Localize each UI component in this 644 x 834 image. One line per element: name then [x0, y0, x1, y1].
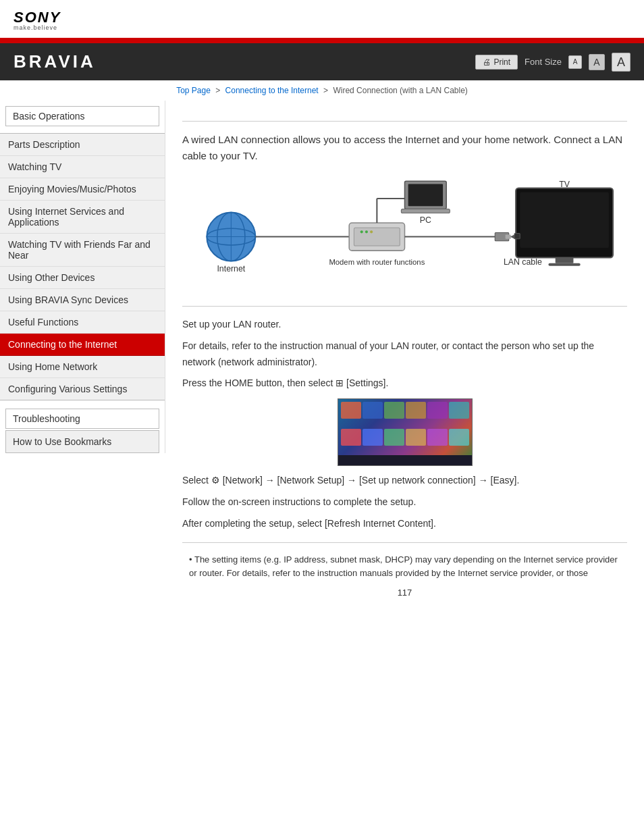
- sidebar-spacer2: [0, 400, 165, 409]
- svg-rect-22: [556, 257, 574, 263]
- tv-label: TV: [559, 180, 570, 189]
- breadcrumb: Top Page > Connecting to the Internet > …: [0, 80, 644, 101]
- bravia-title: BRAVIA: [14, 51, 96, 72]
- sidebar-item-watching-tv[interactable]: Watching TV: [0, 156, 165, 178]
- svg-rect-15: [401, 209, 450, 213]
- sony-logo: SONY make.believe: [14, 10, 630, 31]
- sidebar-item-using-other[interactable]: Using Other Devices: [0, 267, 165, 289]
- internet-label: Internet: [217, 264, 245, 273]
- sidebar-label-parts-description: Parts Description: [8, 139, 80, 150]
- breadcrumb-sep1: >: [215, 86, 220, 95]
- svg-point-8: [360, 230, 363, 233]
- svg-point-9: [365, 230, 368, 233]
- step4: Select ⚙ [Network] → [Network Setup] → […: [182, 473, 627, 489]
- sony-text: SONY: [14, 10, 630, 25]
- svg-rect-21: [520, 192, 609, 248]
- breadcrumb-connecting-link[interactable]: Connecting to the Internet: [225, 86, 319, 95]
- sidebar-item-watching-friends[interactable]: Watching TV with Friends Far and Near: [0, 234, 165, 267]
- pc-label: PC: [420, 215, 431, 225]
- network-diagram: Internet Modem with router functions: [182, 174, 627, 296]
- svg-rect-24: [514, 233, 520, 238]
- sidebar-label-configuring: Configuring Various Settings: [8, 384, 127, 394]
- font-medium-button[interactable]: A: [589, 54, 605, 70]
- sidebar-item-using-home[interactable]: Using Home Network: [0, 356, 165, 378]
- sidebar-item-enjoying-movies[interactable]: Enjoying Movies/Music/Photos: [0, 178, 165, 201]
- sidebar-label-using-bravia: Using BRAVIA Sync Devices: [8, 294, 128, 305]
- diagram-svg: Internet Modem with router functions: [182, 174, 627, 296]
- sidebar-label-using-other: Using Other Devices: [8, 272, 95, 283]
- sidebar-item-configuring[interactable]: Configuring Various Settings: [0, 378, 165, 400]
- sidebar-item-how-to-use[interactable]: How to Use Bookmarks: [5, 430, 159, 453]
- main-layout: Basic Operations Parts Description Watch…: [0, 101, 644, 615]
- mid-divider: [182, 306, 627, 307]
- svg-rect-18: [506, 234, 511, 238]
- print-label: Print: [493, 57, 510, 67]
- intro-paragraph: A wired LAN connection allows you to acc…: [182, 132, 627, 164]
- lan-label: LAN cable: [504, 257, 542, 267]
- font-large-button[interactable]: A: [612, 53, 630, 72]
- svg-rect-7: [354, 228, 400, 246]
- sidebar: Basic Operations Parts Description Watch…: [0, 101, 165, 453]
- sony-tagline: make.believe: [14, 25, 630, 31]
- sidebar-item-connecting-internet[interactable]: Connecting to the Internet: [0, 334, 165, 356]
- font-size-label: Font Size: [525, 57, 562, 67]
- modem-label: Modem with router functions: [329, 258, 425, 266]
- sidebar-item-parts-description[interactable]: Parts Description: [0, 133, 165, 156]
- sidebar-label-useful-functions: Useful Functions: [8, 317, 78, 328]
- top-divider: [182, 121, 627, 122]
- toolbar-right: 🖨 Print Font Size A A A: [475, 53, 630, 72]
- note-text: The setting items (e.g. IP address, subn…: [182, 553, 627, 581]
- breadcrumb-sep2: >: [323, 86, 328, 95]
- breadcrumb-top-link[interactable]: Top Page: [176, 86, 211, 95]
- svg-rect-23: [548, 263, 580, 266]
- sidebar-label-enjoying-movies: Enjoying Movies/Music/Photos: [8, 184, 136, 194]
- sidebar-label-troubleshooting: Troubleshooting: [13, 413, 80, 424]
- sidebar-label-using-internet: Using Internet Services and Applications: [8, 206, 124, 228]
- sidebar-item-using-bravia[interactable]: Using BRAVIA Sync Devices: [0, 289, 165, 311]
- step5: Follow the on-screen instructions to com…: [182, 494, 627, 511]
- step6: After completing the setup, select [Refr…: [182, 516, 627, 532]
- sidebar-item-basic-operations[interactable]: Basic Operations: [5, 106, 159, 126]
- tv-screenshot: [338, 398, 473, 466]
- svg-point-10: [370, 230, 373, 233]
- step3: Press the HOME button, then select ⊞ [Se…: [182, 375, 627, 392]
- sidebar-item-troubleshooting[interactable]: Troubleshooting: [5, 409, 159, 429]
- sidebar-label-using-home: Using Home Network: [8, 361, 97, 372]
- breadcrumb-current: Wired Connection (with a LAN Cable): [333, 86, 467, 95]
- sidebar-item-using-internet[interactable]: Using Internet Services and Applications: [0, 201, 165, 234]
- print-button[interactable]: 🖨 Print: [475, 55, 518, 70]
- content-area: A wired LAN connection allows you to acc…: [165, 101, 644, 615]
- bottom-divider: [182, 542, 627, 543]
- top-bar: SONY make.believe: [0, 0, 644, 40]
- page-number: 117: [182, 581, 627, 604]
- tv-screenshot-container: [182, 398, 627, 466]
- print-icon: 🖨: [483, 57, 491, 67]
- font-small-button[interactable]: A: [568, 55, 582, 69]
- sidebar-item-useful-functions[interactable]: Useful Functions: [0, 311, 165, 334]
- note-section: The setting items (e.g. IP address, subn…: [182, 553, 627, 581]
- sidebar-label-basic-operations: Basic Operations: [13, 111, 85, 122]
- bravia-bar: BRAVIA 🖨 Print Font Size A A A: [0, 43, 644, 80]
- step2: For details, refer to the instruction ma…: [182, 338, 627, 371]
- step1: Set up your LAN router.: [182, 317, 627, 333]
- sidebar-label-watching-tv: Watching TV: [8, 161, 61, 172]
- sidebar-spacer1: [0, 128, 165, 133]
- sidebar-label-connecting-internet: Connecting to the Internet: [8, 339, 117, 350]
- sidebar-label-how-to-use: How to Use Bookmarks: [13, 436, 111, 447]
- sidebar-label-watching-friends: Watching TV with Friends Far and Near: [8, 239, 151, 261]
- svg-rect-14: [408, 184, 443, 206]
